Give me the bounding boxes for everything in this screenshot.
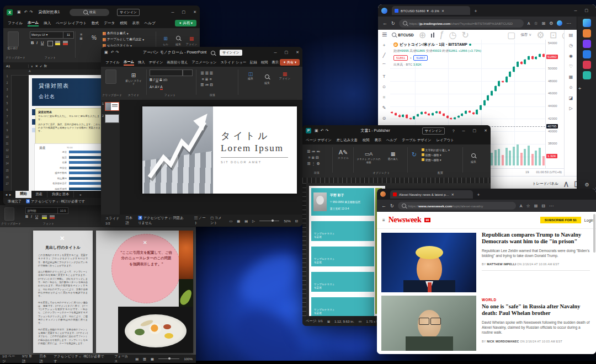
paste-button[interactable] — [8, 31, 19, 47]
accessibility-status[interactable]: アクセシビリティ: 検討が必要です — [54, 354, 105, 363]
reading-view-icon[interactable]: ▤ — [244, 219, 248, 223]
page-indicator[interactable]: ページ: 1/1 — [306, 319, 323, 324]
slide-indicator[interactable]: スライド 1/2 — [105, 216, 121, 225]
border-button[interactable] — [47, 41, 53, 46]
compare-icon[interactable]: ⊕ — [419, 30, 426, 40]
vertical-ruler[interactable] — [302, 183, 306, 316]
hotlist-icon[interactable]: ◉ — [565, 51, 577, 61]
search-box[interactable]: 検索 — [70, 9, 109, 16]
login-link[interactable]: Login — [584, 218, 594, 222]
cancel-icon[interactable]: ✕ — [35, 64, 38, 68]
draw-textbox-button[interactable]: ▭Aテキスト ボックスの描画 — [356, 148, 381, 164]
slideshow-icon[interactable]: ▷ — [252, 219, 255, 223]
font-grow-icon[interactable]: A˄ — [150, 85, 154, 89]
slide-canvas[interactable]: タイトル Lorem Ipsum SIT DOLOR AMET — [142, 106, 297, 194]
sorter-view-icon[interactable]: ▦ — [237, 219, 240, 223]
undo-icon[interactable]: ↶ — [111, 50, 114, 55]
fib-icon[interactable]: ⌒ — [378, 61, 390, 71]
people-icon[interactable]: ☺ — [565, 82, 577, 93]
print-view-icon[interactable]: ▥ — [143, 357, 146, 361]
symbol-title[interactable]: ビットコイン/米ドル・1日・BITSTAMP — [400, 42, 467, 47]
article-category[interactable]: WORLD — [482, 298, 590, 302]
focus-mode-button[interactable]: フォーカス — [114, 354, 131, 363]
signin-button[interactable]: サインイン — [422, 127, 445, 135]
search-icon[interactable] — [211, 47, 215, 57]
zoom-slider[interactable] — [259, 221, 280, 221]
page-scrollbar[interactable] — [593, 214, 595, 253]
alert-icon[interactable]: ◷ — [565, 40, 577, 51]
font-name-select[interactable] — [150, 69, 183, 76]
browser-tab[interactable]: Alexei Navalny news & latest p… ✕ — [390, 190, 473, 199]
author-link[interactable]: MATTHEW IMPELLI — [487, 263, 516, 266]
chat-icon[interactable]: ◪ — [565, 93, 577, 103]
alert-create-icon[interactable]: ◷ — [449, 30, 456, 40]
maximize-button[interactable]: ▢ — [285, 50, 289, 55]
close-button[interactable]: ✕ — [193, 10, 196, 14]
split-screen-icon[interactable]: ⊟ — [541, 204, 545, 208]
addins-button[interactable]: ▦アドイン — [278, 71, 292, 80]
redo-icon[interactable]: ↷ — [116, 50, 119, 55]
powerpoint-zoom-level[interactable]: 52% — [284, 219, 290, 223]
minimize-button[interactable]: ─ — [574, 9, 577, 13]
favorites-icon[interactable]: ☆ — [526, 204, 530, 208]
back-icon[interactable]: ← — [382, 20, 387, 26]
underline-button[interactable]: U — [35, 215, 38, 218]
paragraph-icons[interactable]: ☰ ☰ ☰≡ ≣ ≡☰ ≔ ⊟ — [200, 71, 213, 88]
brush-tool-icon[interactable]: ✎ — [378, 103, 390, 113]
accessibility-status[interactable]: ♿ アクセシビリティ: 問題ありません — [138, 216, 185, 226]
fullscreen-icon[interactable]: ⊡ — [550, 30, 557, 40]
rotate-button[interactable]: ↻ — [412, 151, 417, 158]
tools-app-icon[interactable] — [583, 71, 591, 79]
edge-profile-avatar[interactable] — [380, 191, 386, 197]
sheet-nav-left-icon[interactable]: ◂ — [6, 192, 7, 196]
bold-button[interactable]: B — [150, 78, 152, 82]
copilot-icon[interactable] — [557, 20, 562, 26]
url-bar[interactable]: https://jp.tradingview.com/chart/?symbol… — [399, 19, 524, 28]
minimize-button[interactable]: ─ — [274, 51, 277, 55]
menu-icon[interactable]: ≡ — [382, 30, 387, 40]
symbol-search[interactable]: BTCUSD — [392, 33, 413, 37]
minimize-button[interactable]: ─ — [462, 129, 465, 133]
row-headers[interactable]: 1234567891011121314151617 — [3, 75, 12, 191]
tab-close-icon[interactable]: ✕ — [441, 9, 444, 13]
collections-icon[interactable]: ⊞ — [534, 204, 538, 208]
read-aloud-icon[interactable]: A — [520, 204, 523, 208]
editing-button[interactable]: 編集 — [467, 150, 480, 163]
font-color-icon[interactable]: A — [160, 85, 162, 90]
sheet-nav-right-icon[interactable]: ▸ — [9, 192, 11, 196]
italic-button[interactable]: I — [36, 40, 38, 45]
slide-subtitle[interactable]: Lorem Ipsum — [221, 143, 284, 154]
comments-button[interactable]: ▢ コメント — [210, 216, 225, 226]
new-slide-button[interactable]: ⊞新しい スライド — [125, 69, 142, 85]
word-language[interactable]: 日本語 — [39, 354, 49, 363]
trade-panel-button[interactable]: トレードパネル — [533, 181, 558, 186]
text-tool-icon[interactable]: T — [378, 71, 390, 82]
notes-button[interactable]: ▤ ノート — [194, 216, 206, 226]
redo-icon[interactable]: ↷ — [30, 10, 33, 14]
clock[interactable]: 01:00:53 (UTC+9) — [536, 170, 562, 174]
extensions-icon[interactable]: ⚙ — [549, 21, 553, 26]
read-view-icon[interactable]: ▤ — [135, 357, 139, 361]
article-photo-trump[interactable] — [381, 233, 476, 292]
new-tab-icon[interactable]: ＋ — [473, 8, 478, 14]
word-zoom-level[interactable]: 100% — [184, 357, 193, 361]
read-aloud-icon[interactable]: A — [528, 22, 530, 25]
fill-color-button[interactable] — [55, 41, 60, 45]
subscribe-button[interactable]: SUBSCRIBE FOR $1 — [540, 217, 581, 223]
excel-share-button[interactable]: ✦ 共有 ▾ — [175, 20, 196, 26]
publisher-page[interactable]: 平野 彩子 〒950-0950 東京都新宿区 富士見町 12-3-4 サンプルテ… — [309, 186, 385, 316]
calendar-icon[interactable]: ▦ — [565, 72, 577, 82]
refresh-icon[interactable]: ↻ — [391, 21, 395, 26]
designer-app-icon[interactable] — [583, 50, 591, 58]
sheet-tab[interactable]: 資産 — [31, 191, 47, 197]
refresh-icon[interactable]: ↻ — [390, 204, 394, 208]
back-icon[interactable]: ← — [381, 203, 386, 208]
slide-thumbnail-2[interactable] — [105, 114, 119, 123]
trend-line-icon[interactable]: ╱ — [378, 50, 390, 61]
highlight-button[interactable] — [42, 215, 47, 219]
normal-view-icon[interactable]: ▭ — [229, 219, 232, 223]
maximize-button[interactable]: ▢ — [585, 8, 589, 13]
maximize-button[interactable]: ▢ — [182, 10, 186, 14]
card-header-block[interactable]: 平野 彩子 〒950-0950 東京都新宿区 富士見町 12-3-4 — [311, 188, 374, 216]
watchlist-icon[interactable]: ▤ — [565, 30, 577, 40]
